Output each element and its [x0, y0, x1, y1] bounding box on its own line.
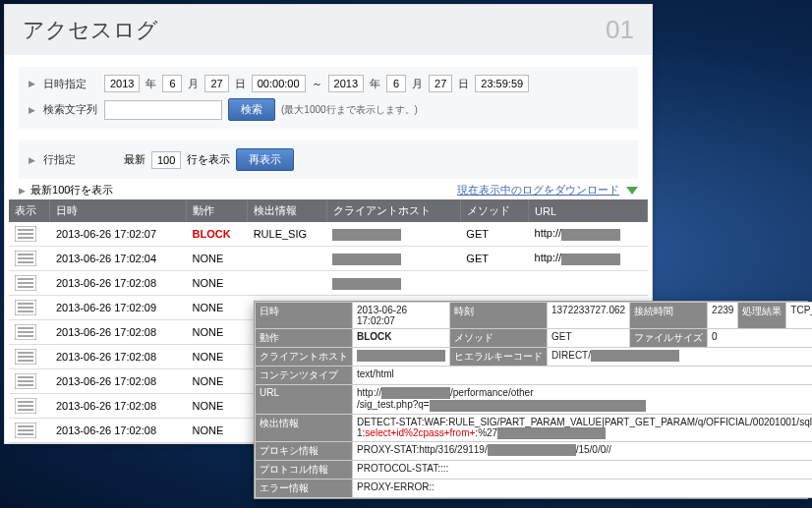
- k-hier: ヒエラルキーコード: [450, 348, 548, 367]
- k-time: 時刻: [450, 303, 548, 329]
- col-datetime: 日時: [50, 199, 187, 222]
- cell-method: GET: [460, 247, 528, 271]
- view-button[interactable]: [9, 345, 50, 369]
- cell-datetime: 2013-06-26 17:02:09: [50, 296, 187, 320]
- rows-prefix: 最新: [124, 152, 145, 167]
- triangle-icon: ▶: [29, 79, 35, 88]
- year2-input[interactable]: 2013: [328, 75, 364, 92]
- v-method: GET: [548, 329, 630, 348]
- page-title: アクセスログ: [23, 16, 158, 45]
- v-action: BLOCK: [353, 329, 450, 348]
- search-note: (最大1000行まで表示します。): [281, 103, 418, 117]
- cell-client: [326, 271, 460, 296]
- cell-action: NONE: [187, 320, 248, 345]
- rows-suffix: 行を表示: [187, 152, 230, 167]
- month1-input[interactable]: 6: [162, 75, 182, 92]
- col-detect: 検出情報: [248, 199, 327, 222]
- v-time: 1372233727.062: [548, 303, 630, 329]
- k-result: 処理結果: [738, 303, 786, 329]
- table-row: 2013-06-26 17:02:07BLOCKRULE_SIGGEThttp:…: [9, 222, 648, 247]
- cell-rule: RULE_SIG: [248, 222, 327, 247]
- k-client: クライアントホスト: [256, 348, 353, 367]
- cell-rule: [248, 247, 327, 271]
- view-button[interactable]: [9, 271, 50, 296]
- cell-url: http://: [529, 247, 648, 271]
- download-arrow-icon[interactable]: [626, 187, 638, 195]
- cell-action: NONE: [187, 394, 248, 419]
- view-button[interactable]: [9, 320, 50, 345]
- redisplay-button[interactable]: 再表示: [236, 148, 294, 171]
- cell-datetime: 2013-06-26 17:02:07: [50, 222, 187, 247]
- v-conn: 2239: [708, 303, 738, 329]
- triangle-icon: ▶: [19, 186, 26, 196]
- table-row: 2013-06-26 17:02:04NONEGEThttp://: [9, 247, 648, 271]
- k-err: エラー情報: [256, 480, 353, 498]
- k-method: メソッド: [450, 329, 548, 348]
- date-label: 日時指定: [43, 77, 98, 91]
- col-url: URL: [529, 199, 648, 222]
- v-client: [353, 348, 450, 367]
- cell-datetime: 2013-06-26 17:02:08: [50, 271, 187, 296]
- date-filter-box: ▶ 日時指定 2013年 6月 27日 00:00:00 ～ 2013年 6月 …: [19, 67, 638, 129]
- k-proxy: プロキシ情報: [256, 442, 353, 461]
- cell-method: [460, 271, 528, 296]
- range-sep: ～: [312, 77, 322, 91]
- cell-action: BLOCK: [187, 222, 248, 247]
- view-button[interactable]: [9, 394, 50, 419]
- cell-method: GET: [460, 222, 528, 247]
- table-header-row: 表示 日時 動作 検出情報 クライアントホスト メソッド URL: [9, 199, 648, 222]
- cell-url: [529, 271, 648, 296]
- day2-input[interactable]: 27: [429, 75, 452, 92]
- view-button[interactable]: [9, 247, 50, 271]
- rows-label: 行指定: [43, 152, 98, 167]
- cell-action: NONE: [187, 345, 248, 369]
- triangle-icon: ▶: [29, 155, 35, 165]
- k-conn: 接続時間: [630, 303, 708, 329]
- view-button[interactable]: [9, 369, 50, 394]
- cell-action: NONE: [187, 296, 248, 320]
- col-method: メソッド: [460, 199, 528, 222]
- cell-datetime: 2013-06-26 17:02:08: [50, 419, 187, 443]
- v-ctype: text/html: [353, 367, 813, 385]
- v-size: 0: [708, 329, 812, 348]
- col-client: クライアントホスト: [326, 199, 460, 222]
- page-number: 01: [606, 15, 634, 45]
- cell-rule: [248, 271, 327, 296]
- table-hint-row: ▶ 最新100行を表示 現在表示中のログをダウンロード: [5, 179, 652, 199]
- v-result: TCP_MISS/000: [786, 303, 812, 329]
- view-button[interactable]: [9, 222, 50, 247]
- cell-action: NONE: [187, 271, 248, 296]
- v-proto: PROTOCOL-STAT::::: [353, 461, 813, 480]
- search-button[interactable]: 検索: [228, 98, 275, 121]
- v-proxy: PROXY-STAT:http/316/29119//15/0/0//: [353, 442, 813, 461]
- panel-header: アクセスログ 01: [5, 5, 652, 55]
- time1-input[interactable]: 00:00:00: [252, 75, 306, 92]
- year1-input[interactable]: 2013: [104, 75, 140, 92]
- k-url: URL: [256, 385, 353, 415]
- cell-datetime: 2013-06-26 17:02:08: [50, 394, 187, 419]
- cell-action: NONE: [187, 247, 248, 271]
- cell-datetime: 2013-06-26 17:02:08: [50, 320, 187, 345]
- k-proto: プロトコル情報: [256, 461, 353, 480]
- k-detect: 検出情報: [256, 414, 353, 441]
- hint-text: 最新100行を表示: [30, 184, 113, 196]
- v-url: http:///performance/other /sig_test.php?…: [353, 385, 813, 415]
- search-label: 検索文字列: [43, 102, 98, 117]
- k-action: 動作: [256, 329, 353, 348]
- time2-input[interactable]: 23:59:59: [475, 75, 529, 92]
- view-button[interactable]: [9, 296, 50, 320]
- cell-datetime: 2013-06-26 17:02:08: [50, 369, 187, 394]
- col-view: 表示: [9, 199, 50, 222]
- search-input[interactable]: [104, 100, 222, 120]
- k-size: ファイルサイズ: [630, 329, 708, 348]
- month2-input[interactable]: 6: [386, 75, 406, 92]
- v-detect: DETECT-STAT:WAF:RULE_SIG/PART_PARAM_VALU…: [353, 414, 813, 441]
- cell-action: NONE: [187, 369, 248, 394]
- rows-input[interactable]: 100: [151, 151, 181, 169]
- download-link[interactable]: 現在表示中のログをダウンロード: [457, 184, 619, 196]
- view-button[interactable]: [9, 419, 50, 443]
- day1-input[interactable]: 27: [204, 75, 228, 92]
- v-err: PROXY-ERROR::: [353, 480, 813, 498]
- cell-client: [326, 247, 460, 271]
- rows-filter-box: ▶ 行指定 最新 100 行を表示 再表示: [19, 141, 638, 179]
